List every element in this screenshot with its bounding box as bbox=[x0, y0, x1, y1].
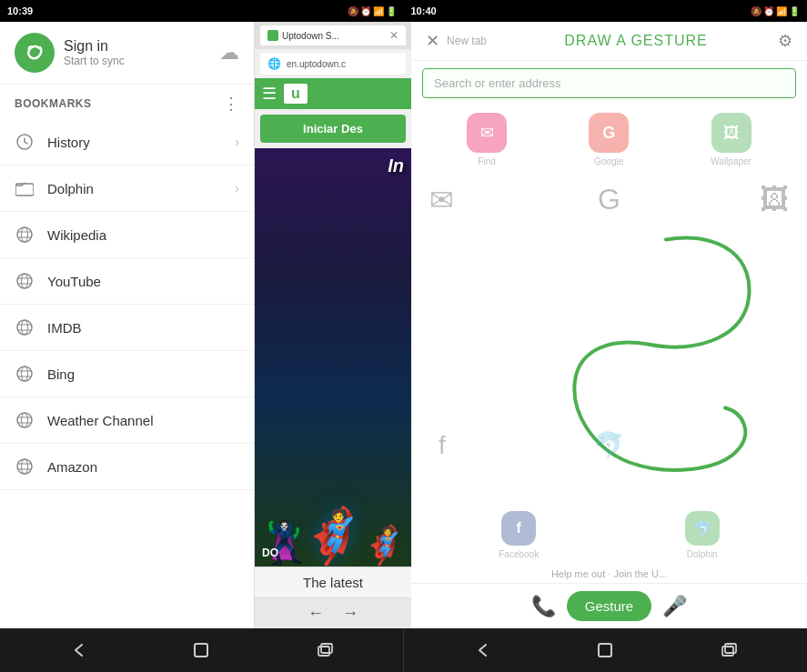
bg-app-icon-2: G bbox=[598, 183, 620, 216]
tab-favicon bbox=[267, 30, 278, 41]
app-icon-wallpaper[interactable]: 🖼 Wallpaper bbox=[711, 113, 752, 166]
iniciar-button[interactable]: Iniciar Des bbox=[260, 115, 406, 143]
youtube-globe-icon bbox=[15, 271, 35, 291]
bookmark-item-weather-channel[interactable]: Weather Channel bbox=[0, 397, 254, 444]
imdb-globe-icon bbox=[15, 317, 35, 337]
gesture-search-placeholder: Search or enter address bbox=[434, 76, 560, 90]
gesture-mic-icon[interactable]: 🎤 bbox=[662, 595, 687, 618]
browser-nav: ← → bbox=[255, 597, 411, 628]
svg-point-11 bbox=[17, 320, 32, 335]
browser-url-bar[interactable]: 🌐 en.uptodown.c bbox=[260, 53, 406, 75]
svg-point-7 bbox=[17, 274, 32, 288]
app-label-google: Google bbox=[594, 156, 623, 166]
url-text: en.uptodown.c bbox=[287, 59, 346, 69]
bookmarks-menu-icon[interactable]: ⋮ bbox=[223, 94, 239, 114]
app-label-facebook: Facebook bbox=[499, 549, 539, 559]
dolphin-app-icon: 🐬 bbox=[685, 511, 720, 546]
uptodown-logo: u bbox=[284, 84, 308, 104]
svg-point-19 bbox=[17, 413, 32, 427]
back-button-right[interactable] bbox=[473, 640, 493, 660]
status-time-right: 10:40 bbox=[411, 5, 437, 16]
dolphin-folder-icon bbox=[15, 178, 35, 198]
svg-rect-28 bbox=[318, 647, 329, 656]
recents-button-right[interactable] bbox=[718, 640, 738, 660]
comic-image: 🦸 🦹 🦸 In DO bbox=[255, 148, 411, 567]
bookmark-item-imdb[interactable]: IMDB bbox=[0, 305, 254, 351]
status-bar-right: 10:40 🔕⏰📶🔋 bbox=[404, 0, 808, 22]
bookmark-name-bing: Bing bbox=[47, 366, 239, 382]
svg-point-15 bbox=[17, 366, 32, 381]
bookmark-item-history[interactable]: History › bbox=[0, 119, 254, 165]
gesture-phone-icon[interactable]: 📞 bbox=[531, 595, 556, 618]
hamburger-icon[interactable]: ☰ bbox=[262, 84, 277, 104]
app-icon-facebook[interactable]: f Facebook bbox=[499, 511, 539, 559]
bookmark-list: History › Dolphin › Wikipedia bbox=[0, 119, 254, 628]
bookmark-item-wikipedia[interactable]: Wikipedia bbox=[0, 212, 254, 258]
bookmark-name-history: History bbox=[47, 135, 235, 150]
bookmark-name-youtube: YouTube bbox=[47, 274, 239, 289]
browser-toolbar: ☰ u bbox=[255, 78, 411, 109]
status-icons-right: 🔕⏰📶🔋 bbox=[751, 6, 800, 16]
the-latest-text: The latest bbox=[303, 575, 363, 590]
svg-point-12 bbox=[22, 320, 28, 335]
svg-point-24 bbox=[22, 459, 28, 474]
app-icon-dolphin-app[interactable]: 🐬 Dolphin bbox=[685, 511, 720, 559]
gesture-canvas[interactable]: ✉ G 🖼 f 🐬 bbox=[411, 174, 807, 506]
bookmarks-panel: Sign in Start to sync ☁ BOOKMARKS ⋮ Hist… bbox=[0, 22, 255, 628]
svg-rect-32 bbox=[725, 644, 736, 653]
bottom-nav-left bbox=[0, 628, 404, 672]
bookmark-name-dolphin: Dolphin bbox=[47, 181, 235, 196]
status-icons-left: 🔕⏰📶🔋 bbox=[348, 6, 397, 16]
gesture-footer-text: Help me out · Join the U... bbox=[411, 565, 807, 583]
gesture-apps-top-row: ✉ Find G Google 🖼 Wallpaper bbox=[411, 105, 807, 174]
bookmark-item-bing[interactable]: Bing bbox=[0, 351, 254, 397]
app-icon-google[interactable]: G Google bbox=[589, 113, 629, 166]
bookmark-item-dolphin[interactable]: Dolphin › bbox=[0, 165, 254, 212]
sign-in-area[interactable]: Sign in Start to sync bbox=[15, 33, 219, 73]
bookmark-name-wikipedia: Wikipedia bbox=[47, 227, 239, 243]
bg-app-icon-5: 🐬 bbox=[593, 430, 625, 460]
home-button-left[interactable] bbox=[191, 640, 211, 660]
browser-panel: Uptodown S... ✕ 🌐 en.uptodown.c ☰ u Inic… bbox=[255, 22, 411, 628]
gesture-toggle-button[interactable]: Gesture bbox=[567, 591, 651, 621]
bookmark-name-imdb: IMDB bbox=[47, 320, 239, 336]
gesture-panel: ✕ New tab DRAW A GESTURE ⚙ Search or ent… bbox=[411, 22, 807, 628]
recents-button-left[interactable] bbox=[314, 640, 334, 660]
svg-point-4 bbox=[22, 227, 28, 242]
app-icon-find[interactable]: ✉ Find bbox=[467, 113, 507, 166]
gesture-settings-icon[interactable]: ⚙ bbox=[778, 31, 792, 51]
bookmarks-label: BOOKMARKS bbox=[15, 97, 92, 110]
app-label-dolphin: Dolphin bbox=[687, 549, 718, 559]
browser-back-button[interactable]: ← bbox=[308, 604, 324, 623]
svg-point-23 bbox=[17, 459, 32, 474]
home-button-right[interactable] bbox=[595, 640, 615, 660]
bookmark-item-youtube[interactable]: YouTube bbox=[0, 258, 254, 305]
gesture-header: ✕ New tab DRAW A GESTURE ⚙ bbox=[411, 22, 807, 61]
bookmarks-title-row: BOOKMARKS ⋮ bbox=[0, 85, 254, 119]
dolphin-logo bbox=[15, 33, 55, 73]
bing-globe-icon bbox=[15, 364, 35, 384]
back-button-left[interactable] bbox=[69, 640, 89, 660]
gesture-search-bar[interactable]: Search or enter address bbox=[422, 68, 796, 98]
cloud-icon[interactable]: ☁ bbox=[219, 41, 239, 65]
url-globe-icon: 🌐 bbox=[267, 57, 281, 70]
bookmark-item-amazon[interactable]: Amazon bbox=[0, 444, 254, 490]
app-label-wallpaper: Wallpaper bbox=[711, 156, 752, 166]
tab-label: Uptodown S... bbox=[282, 31, 386, 41]
tab-close-icon[interactable]: ✕ bbox=[389, 29, 398, 42]
bg-app-icon-4: f bbox=[439, 431, 446, 460]
sign-in-subtitle: Start to sync bbox=[64, 55, 125, 67]
find-icon: ✉ bbox=[467, 113, 507, 153]
facebook-icon: f bbox=[501, 511, 536, 546]
browser-content: Iniciar Des 🦸 🦹 🦸 In DO The latest ← bbox=[255, 109, 411, 628]
svg-point-16 bbox=[22, 366, 28, 381]
svg-rect-27 bbox=[195, 644, 207, 657]
bookmark-name-weather-channel: Weather Channel bbox=[47, 413, 239, 428]
browser-tab[interactable]: Uptodown S... ✕ bbox=[260, 25, 406, 45]
app-label-find: Find bbox=[478, 156, 495, 166]
svg-point-3 bbox=[17, 227, 32, 242]
gesture-close-icon[interactable]: ✕ bbox=[426, 31, 439, 51]
browser-forward-button[interactable]: → bbox=[342, 604, 358, 623]
bookmarks-header: Sign in Start to sync ☁ bbox=[0, 22, 254, 85]
bookmark-name-amazon: Amazon bbox=[47, 459, 239, 475]
